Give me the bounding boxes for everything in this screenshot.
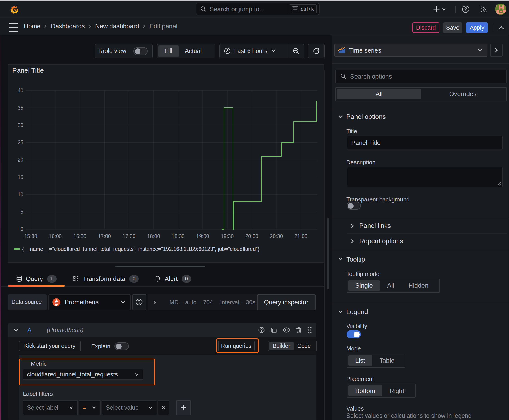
pane-splitter[interactable] — [324, 70, 324, 420]
time-range-picker[interactable]: Last 6 hours — [220, 44, 288, 58]
datasource-picker[interactable]: Prometheus — [48, 294, 130, 310]
section-tooltip[interactable]: Tooltip — [338, 255, 365, 263]
plus-icon — [433, 6, 440, 13]
remove-filter-button[interactable] — [158, 400, 169, 415]
news-button[interactable] — [480, 3, 487, 16]
zoom-out-icon — [292, 48, 300, 55]
display-mode-fill[interactable]: Fill — [158, 45, 179, 57]
chart-legend: {__name__="cloudflared_tunnel_total_requ… — [14, 246, 259, 252]
chevron-right-icon — [44, 24, 48, 28]
select-label-dropdown[interactable]: Select label — [23, 400, 77, 415]
legend-mode-list[interactable]: List — [348, 355, 372, 366]
duplicate-icon[interactable] — [271, 327, 277, 333]
legend-placement-bottom[interactable]: Bottom — [348, 385, 382, 396]
drag-grip-icon[interactable] — [307, 327, 312, 334]
chevron-down-icon — [271, 49, 276, 54]
editor-mode-builder[interactable]: Builder — [269, 342, 294, 350]
query-row-header[interactable]: A (Prometheus) — [8, 323, 316, 337]
refresh-button[interactable] — [308, 44, 324, 58]
menu-toggle-button[interactable] — [9, 23, 18, 32]
query-inspector-button[interactable]: Query inspector — [257, 294, 315, 310]
user-avatar[interactable] — [495, 4, 506, 15]
collapse-sidebar-button[interactable] — [490, 44, 503, 57]
filter-all[interactable]: All — [337, 89, 421, 99]
legend-series-name[interactable]: {__name__="cloudflared_tunnel_total_requ… — [22, 246, 259, 252]
legend-placement-right[interactable]: Right — [382, 385, 411, 396]
collapse-header-button[interactable] — [498, 21, 504, 34]
tooltip-mode-all[interactable]: All — [380, 280, 401, 291]
y-axis-tick-label: 15 — [17, 174, 23, 180]
legend-mode-table[interactable]: Table — [372, 355, 402, 366]
section-repeat-options[interactable]: Repeat options — [350, 237, 403, 245]
panel-title-input-value: Panel Title — [351, 139, 381, 146]
search-input[interactable]: Search or jump to... ctrl+k — [196, 2, 319, 15]
options-search-input[interactable]: Search options — [335, 69, 507, 83]
tab-count-badge: 1 — [47, 275, 56, 283]
tab-alert[interactable]: Alert 0 — [147, 271, 199, 286]
x-axis-tick-label: 18:00 — [147, 233, 160, 239]
query-options-summary[interactable]: MD = auto = 704 Interval = 30s — [148, 294, 257, 310]
help-icon[interactable] — [258, 327, 265, 334]
trash-icon[interactable] — [296, 327, 302, 333]
save-button[interactable]: Save — [443, 22, 463, 32]
discard-button[interactable]: Discard — [412, 22, 440, 32]
legend-values-helper: Select values or calculations to show in… — [346, 412, 471, 419]
interval-stat: Interval = 30s — [220, 299, 255, 306]
panel-title-input[interactable]: Panel Title — [346, 136, 503, 150]
add-filter-button[interactable] — [176, 400, 190, 415]
filter-overrides[interactable]: Overrides — [421, 89, 505, 99]
options-pane: Search options All Overrides Panel optio… — [332, 63, 509, 420]
description-textarea[interactable] — [346, 167, 503, 187]
zoom-out-button[interactable] — [288, 44, 304, 58]
x-axis-tick-label: 15:30 — [24, 233, 37, 239]
table-view-switch[interactable] — [133, 47, 148, 55]
chevron-right-icon — [152, 300, 157, 305]
datasource-help-button[interactable] — [132, 294, 146, 310]
header-actions: Discard Save Apply — [412, 22, 505, 34]
transform-icon — [73, 276, 79, 282]
editor-mode-code[interactable]: Code — [294, 342, 314, 350]
tab-query[interactable]: Query 1 — [8, 271, 64, 286]
plus-icon — [181, 405, 187, 411]
tooltip-mode-hidden[interactable]: Hidden — [401, 280, 436, 291]
grafana-logo[interactable] — [10, 5, 19, 14]
visualization-picker[interactable]: Time series — [334, 44, 487, 57]
section-title: Legend — [346, 308, 368, 315]
breadcrumb-item-home[interactable]: Home — [24, 23, 41, 30]
datasource-label: Data source — [8, 294, 47, 310]
breadcrumb-item-new-dashboard[interactable]: New dashboard — [95, 23, 139, 30]
time-series-chart[interactable]: 051015202530354015:3016:0016:3017:0017:3… — [8, 64, 323, 262]
query-toolbar: Kick start your query Explain Run querie… — [8, 337, 316, 355]
navbar-divider — [455, 6, 456, 13]
top-navbar: Search or jump to... ctrl+k — [0, 1, 509, 17]
chevron-right-icon — [350, 223, 355, 228]
expand-options-button[interactable] — [149, 294, 160, 310]
tab-transform-data[interactable]: Transform data 0 — [64, 271, 147, 286]
select-value-dropdown[interactable]: Select value — [102, 400, 157, 415]
select-value-placeholder: Select value — [106, 404, 148, 411]
eye-icon[interactable] — [283, 327, 290, 333]
tooltip-mode-single[interactable]: Single — [348, 280, 380, 291]
kick-start-query-button[interactable]: Kick start your query — [19, 341, 81, 351]
series-line — [221, 101, 317, 229]
query-ref-id: A — [27, 327, 31, 334]
scrollbar-thumb[interactable] — [327, 218, 328, 289]
help-button[interactable] — [462, 3, 470, 16]
apply-button[interactable]: Apply — [466, 22, 488, 32]
y-axis-tick-label: 10 — [17, 191, 23, 197]
transparent-background-switch[interactable] — [346, 202, 361, 210]
resize-drag-handle[interactable] — [115, 266, 205, 267]
legend-placement-label: Placement — [346, 375, 374, 382]
operator-dropdown[interactable]: = — [78, 400, 100, 415]
section-title: Panel options — [346, 113, 386, 120]
section-panel-options[interactable]: Panel options — [338, 113, 386, 120]
add-new-button[interactable] — [433, 3, 446, 16]
explain-switch[interactable] — [114, 342, 129, 350]
section-panel-links[interactable]: Panel links — [350, 222, 391, 229]
x-axis-tick-label: 21:00 — [294, 233, 307, 239]
display-mode-actual[interactable]: Actual — [179, 45, 208, 57]
avatar-image — [495, 4, 506, 15]
breadcrumb-item-dashboards[interactable]: Dashboards — [51, 23, 85, 30]
legend-visibility-switch[interactable] — [346, 330, 361, 338]
section-legend[interactable]: Legend — [338, 308, 368, 315]
